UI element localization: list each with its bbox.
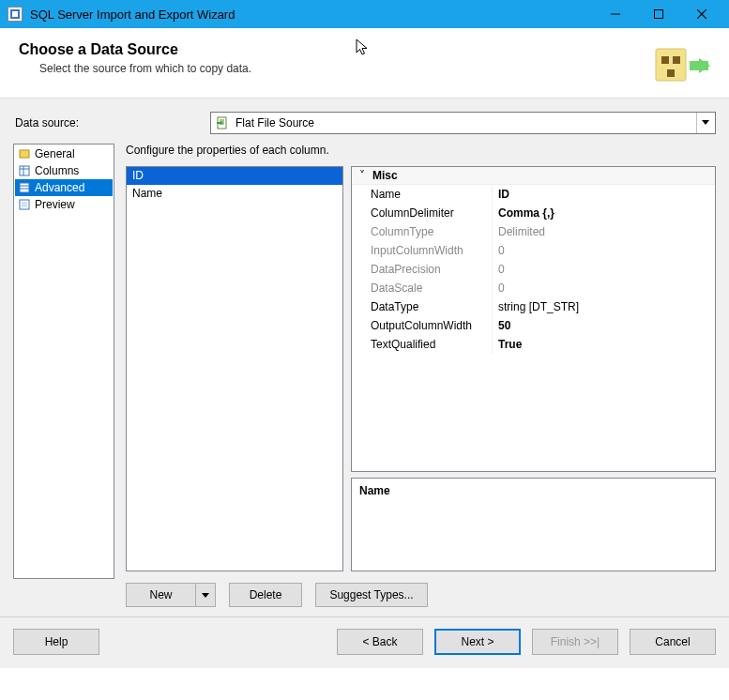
- minimize-button[interactable]: [594, 0, 637, 28]
- delete-column-button[interactable]: Delete: [229, 583, 302, 607]
- property-category[interactable]: ˅ Misc: [352, 167, 715, 185]
- nav-label: Columns: [35, 163, 79, 178]
- chevron-down-icon: ˅: [356, 169, 369, 182]
- svg-rect-8: [673, 56, 680, 64]
- finish-button[interactable]: Finish >>|: [532, 629, 618, 655]
- app-icon: [8, 7, 23, 22]
- flat-file-icon: [215, 115, 230, 130]
- titlebar: SQL Server Import and Export Wizard: [0, 0, 729, 28]
- page-nav-list[interactable]: General Columns Advanced Preview: [13, 144, 114, 579]
- columns-icon: [18, 164, 31, 177]
- nav-item-advanced[interactable]: Advanced: [15, 179, 113, 196]
- property-description-pane: Name: [351, 478, 716, 571]
- close-button[interactable]: [680, 0, 723, 28]
- new-column-dropdown[interactable]: [195, 583, 216, 607]
- page-subtitle: Select the source from which to copy dat…: [39, 62, 654, 75]
- wizard-header: Choose a Data Source Select the source f…: [0, 28, 729, 99]
- property-row: ColumnTypeDelimited: [352, 222, 715, 241]
- property-row: DataTypestring [DT_STR]: [352, 297, 715, 316]
- property-row: InputColumnWidth0: [352, 241, 715, 260]
- svg-rect-7: [661, 56, 669, 64]
- general-icon: [18, 147, 31, 160]
- new-column-button[interactable]: New: [126, 583, 195, 607]
- back-button[interactable]: < Back: [337, 629, 423, 655]
- new-column-split-button: New: [126, 583, 216, 607]
- category-label: Misc: [372, 169, 398, 182]
- property-row: TextQualifiedTrue: [352, 335, 715, 354]
- svg-rect-15: [20, 183, 29, 192]
- property-row: DataPrecision0: [352, 260, 715, 279]
- nav-item-preview[interactable]: Preview: [15, 196, 113, 213]
- suggest-types-button[interactable]: Suggest Types...: [315, 583, 428, 607]
- nav-item-general[interactable]: General: [15, 145, 113, 162]
- instruction-text: Configure the properties of each column.: [126, 144, 716, 157]
- nav-label: Preview: [35, 197, 75, 212]
- svg-rect-11: [20, 150, 29, 158]
- column-list-item[interactable]: ID: [127, 167, 342, 185]
- wizard-content: Data source: Flat File Source General Co…: [0, 99, 729, 616]
- svg-rect-3: [655, 10, 663, 19]
- window-title: SQL Server Import and Export Wizard: [30, 8, 235, 22]
- svg-rect-1: [12, 11, 18, 17]
- column-list-item[interactable]: Name: [127, 185, 342, 203]
- page-title: Choose a Data Source: [19, 41, 654, 58]
- property-grid[interactable]: ˅ Misc NameID ColumnDelimiterComma {,} C…: [351, 166, 716, 472]
- svg-rect-19: [22, 202, 27, 207]
- svg-rect-12: [20, 166, 29, 175]
- chevron-down-icon: [696, 113, 713, 133]
- data-source-dropdown[interactable]: Flat File Source: [210, 112, 716, 134]
- property-row: ColumnDelimiterComma {,}: [352, 204, 715, 222]
- data-source-selected: Flat File Source: [235, 116, 696, 129]
- column-name-list[interactable]: ID Name: [126, 166, 343, 571]
- property-row: NameID: [352, 185, 715, 204]
- nav-label: Advanced: [35, 180, 84, 195]
- svg-rect-9: [667, 69, 675, 77]
- wizard-banner-icon: [654, 41, 710, 88]
- property-row: DataScale0: [352, 279, 715, 297]
- help-button[interactable]: Help: [13, 629, 99, 655]
- data-source-label: Data source:: [13, 116, 201, 129]
- advanced-icon: [18, 181, 31, 194]
- property-row: OutputColumnWidth50: [352, 316, 715, 335]
- preview-icon: [18, 198, 31, 211]
- nav-item-columns[interactable]: Columns: [15, 162, 113, 179]
- cancel-button[interactable]: Cancel: [630, 629, 716, 655]
- next-button[interactable]: Next >: [434, 629, 521, 655]
- maximize-button[interactable]: [637, 0, 680, 28]
- property-description-title: Name: [359, 484, 707, 497]
- nav-label: General: [35, 146, 75, 161]
- wizard-footer: Help < Back Next > Finish >>| Cancel: [0, 616, 729, 668]
